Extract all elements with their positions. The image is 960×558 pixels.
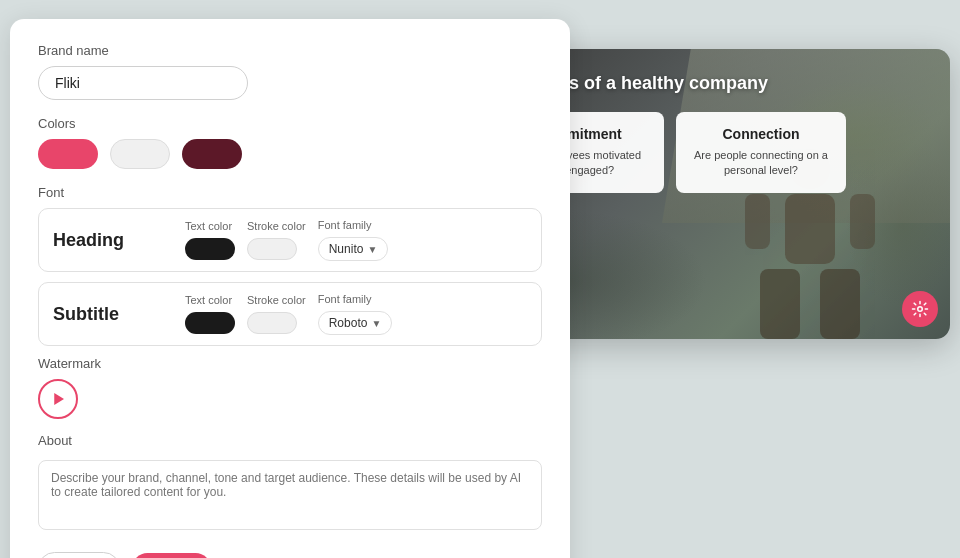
subtitle-text-color-label: Text color bbox=[185, 294, 232, 306]
heading-text-color-label: Text color bbox=[185, 220, 232, 232]
heading-font-family-dropdown[interactable]: Nunito ▼ bbox=[318, 237, 389, 261]
about-textarea[interactable] bbox=[38, 460, 542, 530]
subtitle-font-family-dropdown[interactable]: Roboto ▼ bbox=[318, 311, 393, 335]
play-icon bbox=[49, 390, 67, 408]
preview-watermark-icon bbox=[902, 291, 938, 327]
heading-stroke-color-swatch[interactable] bbox=[247, 238, 297, 260]
colors-label: Colors bbox=[38, 116, 542, 131]
button-row: Cancel Save bbox=[38, 552, 542, 558]
svg-rect-2 bbox=[785, 194, 835, 264]
color-swatch-dark-red[interactable] bbox=[182, 139, 242, 169]
heading-font-family-group: Font family Nunito ▼ bbox=[318, 219, 389, 261]
svg-rect-3 bbox=[760, 269, 800, 339]
heading-font-family-label: Font family bbox=[318, 219, 372, 231]
watermark-label: Watermark bbox=[38, 356, 542, 371]
subtitle-stroke-color-swatch[interactable] bbox=[247, 312, 297, 334]
heading-text-color-swatch[interactable] bbox=[185, 238, 235, 260]
heading-stroke-color-label: Stroke color bbox=[247, 220, 306, 232]
settings-panel: Brand name Colors Font Heading Text colo… bbox=[10, 19, 570, 558]
subtitle-font-family-label: Font family bbox=[318, 293, 372, 305]
preview-connection-card: Connection Are people connecting on a pe… bbox=[676, 112, 846, 193]
heading-stroke-color-group: Stroke color bbox=[247, 220, 306, 260]
subtitle-text-color-swatch[interactable] bbox=[185, 312, 235, 334]
preview-connection-text: Are people connecting on a personal leve… bbox=[692, 148, 830, 179]
svg-rect-6 bbox=[850, 194, 875, 249]
subtitle-font-family-value: Roboto bbox=[329, 316, 368, 330]
about-label: About bbox=[38, 433, 542, 448]
subtitle-text-color-group: Text color bbox=[185, 294, 235, 334]
heading-preview: Heading bbox=[53, 230, 173, 251]
font-section: Font Heading Text color Stroke color Fon… bbox=[38, 185, 542, 346]
subtitle-dropdown-arrow-icon: ▼ bbox=[371, 318, 381, 329]
colors-row bbox=[38, 139, 542, 169]
about-section: About bbox=[38, 433, 542, 534]
heading-text-color-group: Text color bbox=[185, 220, 235, 260]
subtitle-font-row: Subtitle Text color Stroke color Font fa… bbox=[38, 282, 542, 346]
subtitle-stroke-color-group: Stroke color bbox=[247, 294, 306, 334]
font-label: Font bbox=[38, 185, 542, 200]
colors-section: Colors bbox=[38, 116, 542, 169]
svg-rect-5 bbox=[745, 194, 770, 249]
svg-marker-0 bbox=[54, 393, 64, 405]
color-swatch-pink[interactable] bbox=[38, 139, 98, 169]
cancel-button[interactable]: Cancel bbox=[38, 552, 120, 558]
svg-rect-4 bbox=[820, 269, 860, 339]
heading-dropdown-arrow-icon: ▼ bbox=[367, 244, 377, 255]
subtitle-font-family-group: Font family Roboto ▼ bbox=[318, 293, 393, 335]
watermark-icon-button[interactable] bbox=[38, 379, 78, 419]
heading-font-family-value: Nunito bbox=[329, 242, 364, 256]
brand-name-label: Brand name bbox=[38, 43, 542, 58]
save-button[interactable]: Save bbox=[132, 553, 210, 558]
watermark-section: Watermark bbox=[38, 356, 542, 419]
subtitle-preview: Subtitle bbox=[53, 304, 173, 325]
heading-font-row: Heading Text color Stroke color Font fam… bbox=[38, 208, 542, 272]
brand-name-input[interactable] bbox=[38, 66, 248, 100]
preview-gear-icon bbox=[911, 300, 929, 318]
svg-point-7 bbox=[918, 307, 923, 312]
color-swatch-white[interactable] bbox=[110, 139, 170, 169]
preview-connection-title: Connection bbox=[692, 126, 830, 142]
subtitle-stroke-color-label: Stroke color bbox=[247, 294, 306, 306]
